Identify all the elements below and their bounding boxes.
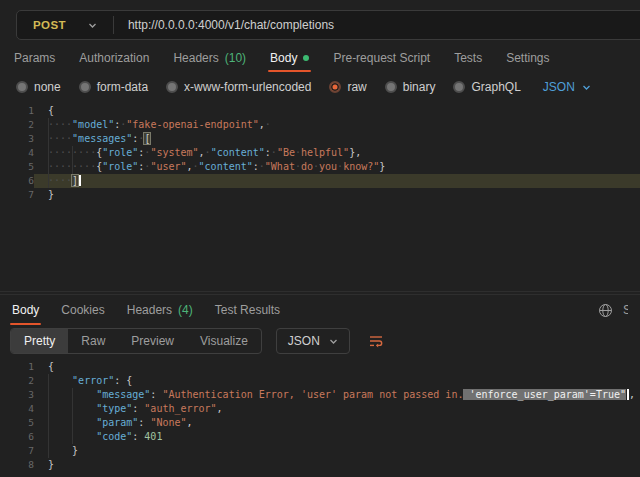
code-text: "param": "None", [34,416,640,430]
code-text: ········{"role":·"user",·"content":·"Wha… [34,160,640,174]
view-raw[interactable]: Raw [68,329,118,353]
code-line[interactable]: 5 "param": "None", [0,416,640,430]
status-text-clipped: S [623,303,628,317]
view-switcher: Pretty Raw Preview Visualize [10,328,262,354]
chevron-down-icon [582,83,591,92]
tab-cookies[interactable]: Cookies [61,295,104,325]
tab-headers[interactable]: Headers(10) [173,44,246,72]
radio-selected-icon [329,81,341,93]
line-number: 7 [0,188,34,202]
code-text: ····"model":·"fake-openai-endpoint",· [34,118,640,132]
response-meta: S [598,295,628,325]
code-line[interactable]: 4········{"role":·"system",·"content":·"… [0,146,640,160]
tab-authorization[interactable]: Authorization [79,44,149,72]
url-bar: POST http://0.0.0.0:4000/v1/chat/complet… [16,10,640,40]
line-number: 3 [0,132,34,146]
indent-guide [48,118,49,188]
line-number: 6 [0,174,34,188]
code-line[interactable]: 5········{"role":·"user",·"content":·"Wh… [0,160,640,174]
method-selector[interactable]: POST [17,19,113,31]
line-number: 5 [0,160,34,174]
line-number: 5 [0,416,34,430]
line-number: 2 [0,374,34,388]
headers-count-badge: (10) [225,51,246,65]
globe-icon[interactable] [598,303,613,318]
response-body-editor[interactable]: 1{2 "error": {3 "message": "Authenticati… [0,356,640,477]
code-line[interactable]: 6····] [0,174,640,188]
radio-raw[interactable]: raw [329,80,366,94]
code-line[interactable]: 2 "error": { [0,374,640,388]
code-text: ····"messages":·[ [34,132,640,146]
tab-tests[interactable]: Tests [454,44,482,72]
chevron-down-icon [88,21,97,30]
radio-icon [16,81,28,93]
request-url-row: POST http://0.0.0.0:4000/v1/chat/complet… [16,10,640,40]
code-text: ········{"role":·"system",·"content":·"B… [34,146,640,160]
wrap-text-icon [368,333,384,349]
code-text: "error": { [34,374,640,388]
body-modified-dot [303,55,309,61]
request-body-editor[interactable]: 1{2····"model":·"fake-openai-endpoint",·… [0,100,640,292]
line-number: 2 [0,118,34,132]
code-text: ····] [34,174,640,188]
code-line[interactable]: 1{ [0,104,640,118]
code-line[interactable]: 6 "code": 401 [0,430,640,444]
code-text: { [34,104,640,118]
request-language-dropdown[interactable]: JSON [543,80,591,94]
code-line[interactable]: 7 } [0,444,640,458]
response-language-dropdown[interactable]: JSON [276,328,350,354]
code-line[interactable]: 4 "type": "auth_error", [0,402,640,416]
code-line[interactable]: 3 "message": "Authentication Error, 'use… [0,388,640,402]
code-text: } [34,458,640,472]
line-number: 7 [0,444,34,458]
indent-guide [72,388,73,444]
radio-icon [166,81,178,93]
method-label: POST [33,19,66,31]
tab-response-headers[interactable]: Headers(4) [127,295,193,325]
tab-params[interactable]: Params [14,44,55,72]
code-text: "code": 401 [34,430,640,444]
response-headers-count-badge: (4) [178,303,193,317]
radio-form-data[interactable]: form-data [79,80,148,94]
code-text: "message": "Authentication Error, 'user'… [34,388,640,402]
line-number: 4 [0,146,34,160]
radio-x-www-form-urlencoded[interactable]: x-www-form-urlencoded [166,80,311,94]
response-tabs: Body Cookies Headers(4) Test Results S [0,294,640,324]
radio-icon [385,81,397,93]
code-line[interactable]: 3····"messages":·[ [0,132,640,146]
code-line[interactable]: 8} [0,458,640,472]
tab-pre-request-script[interactable]: Pre-request Script [333,44,430,72]
response-view-row: Pretty Raw Preview Visualize JSON [0,328,640,354]
chevron-down-icon [329,337,338,346]
code-text: "type": "auth_error", [34,402,640,416]
tab-body[interactable]: Body [270,44,309,72]
view-visualize[interactable]: Visualize [187,329,261,353]
radio-none[interactable]: none [16,80,61,94]
wrap-text-button[interactable] [364,329,388,353]
url-input[interactable]: http://0.0.0.0:4000/v1/chat/completions [114,18,348,32]
body-type-row: none form-data x-www-form-urlencoded raw… [0,74,640,100]
radio-icon [453,81,465,93]
postman-window: POST http://0.0.0.0:4000/v1/chat/complet… [0,0,640,477]
code-line[interactable]: 1{ [0,360,640,374]
view-preview[interactable]: Preview [118,329,187,353]
line-number: 6 [0,430,34,444]
tab-test-results[interactable]: Test Results [215,295,280,325]
text-cursor [79,175,81,186]
tab-settings[interactable]: Settings [506,44,549,72]
indent-guide [48,374,49,458]
tab-response-body[interactable]: Body [12,295,39,325]
radio-graphql[interactable]: GraphQL [453,80,520,94]
line-number: 1 [0,360,34,374]
view-pretty[interactable]: Pretty [11,329,68,353]
line-number: 1 [0,104,34,118]
code-text: } [34,444,640,458]
radio-icon [79,81,91,93]
line-number: 3 [0,388,34,402]
code-line[interactable]: 2····"model":·"fake-openai-endpoint",· [0,118,640,132]
code-line[interactable]: 7} [0,188,640,202]
radio-binary[interactable]: binary [385,80,436,94]
request-tabs: Params Authorization Headers(10) Body Pr… [0,44,640,72]
code-text: { [34,360,640,374]
indent-guide [72,146,73,174]
